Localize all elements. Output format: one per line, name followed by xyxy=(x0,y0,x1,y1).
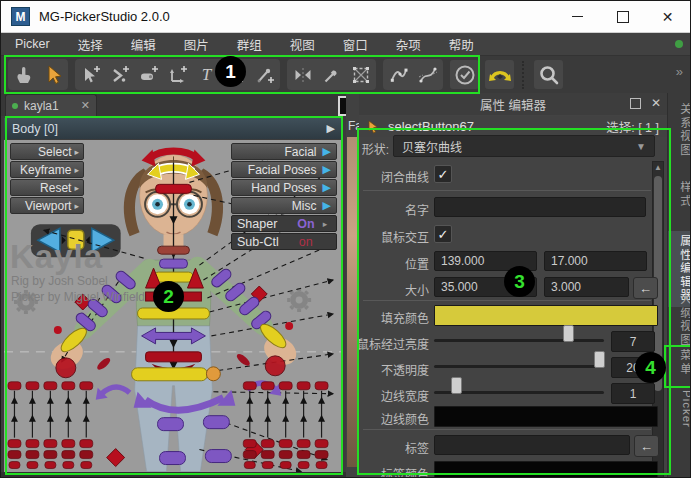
facial-button[interactable]: Facial ▶ xyxy=(231,143,337,160)
border-width-slider[interactable] xyxy=(434,383,604,402)
shaper-toggle[interactable]: Shaper On ▸ xyxy=(231,215,337,232)
hover-brightness-slider[interactable] xyxy=(434,331,604,350)
play-icon: ▶ xyxy=(323,181,331,194)
tab-picker[interactable]: Picker xyxy=(668,390,691,428)
border-color-swatch[interactable] xyxy=(434,406,658,427)
tag-input[interactable] xyxy=(434,435,630,455)
tab-menu[interactable]: 菜单 xyxy=(668,349,691,376)
curve-corner-tool[interactable] xyxy=(384,60,413,89)
cursor-icon xyxy=(43,65,63,85)
reset-menu-button[interactable]: Reset ▸ xyxy=(10,179,84,196)
toolbar-separator xyxy=(522,61,528,89)
select-menu-button[interactable]: Select ▸ xyxy=(10,143,84,160)
maximize-button[interactable] xyxy=(600,1,645,32)
facial-poses-button[interactable]: Facial Poses ▶ xyxy=(231,161,337,178)
subctl-label: Sub-Ctl xyxy=(237,235,279,249)
rig-credit-2: Picker by Miguel Winfield xyxy=(11,290,145,304)
tag-color-swatch[interactable] xyxy=(434,461,658,478)
size-w-input[interactable] xyxy=(434,277,537,297)
add-polygon-tool[interactable] xyxy=(105,60,134,89)
opacity-value[interactable]: 20 xyxy=(611,357,655,378)
border-width-label: 边线宽度 xyxy=(353,387,429,404)
minimize-button[interactable] xyxy=(555,1,600,32)
menu-window[interactable]: 窗口 xyxy=(329,35,382,54)
tab-outline-view[interactable]: 大纲视图 xyxy=(668,293,691,347)
position-x-input[interactable] xyxy=(434,251,537,271)
tag-reset-button[interactable]: ← xyxy=(634,435,659,457)
mouse-interact-checkbox[interactable]: ✓ xyxy=(434,225,452,243)
mirror-tool-button[interactable] xyxy=(288,60,317,89)
search-button[interactable] xyxy=(534,60,563,89)
add-move-handle-tool[interactable] xyxy=(163,60,192,89)
name-input[interactable] xyxy=(434,197,646,217)
add-cursor-icon xyxy=(81,65,101,85)
keyframe-label: Keyframe xyxy=(20,163,71,177)
picker-tab-bar: kayla1 ✕ xyxy=(1,93,346,116)
menu-edit[interactable]: 编辑 xyxy=(117,35,170,54)
slider-handle[interactable] xyxy=(451,377,462,394)
menu-help[interactable]: 帮助 xyxy=(435,35,488,54)
add-line-tool[interactable] xyxy=(250,60,279,89)
hand-poses-button[interactable]: Hand Poses ▶ xyxy=(231,179,337,196)
closed-curve-checkbox[interactable]: ✓ xyxy=(434,165,452,183)
menu-view[interactable]: 视图 xyxy=(276,35,329,54)
eyedropper-tool-button[interactable] xyxy=(317,60,346,89)
viewport-menu-button[interactable]: Viewport ▸ xyxy=(10,197,84,214)
curve-smooth-tool[interactable] xyxy=(413,60,442,89)
menu-misc[interactable]: 杂项 xyxy=(382,35,435,54)
marquee-select-button[interactable] xyxy=(346,60,375,89)
menu-select[interactable]: 选择 xyxy=(64,35,117,54)
shaper-state: On xyxy=(297,217,314,231)
hand-tool-button[interactable] xyxy=(9,60,38,89)
misc-button[interactable]: Misc ▶ xyxy=(231,197,337,214)
opacity-label: 不透明度 xyxy=(353,361,429,378)
curve-tools-group xyxy=(383,59,443,90)
app-logo-icon: M xyxy=(11,7,30,26)
panel-close-icon[interactable]: ✕ xyxy=(651,96,661,110)
swap-arrows-button[interactable] xyxy=(485,60,514,89)
size-reset-button[interactable]: ← xyxy=(633,277,658,299)
body-group-header[interactable]: Body [0] ▶ xyxy=(4,118,343,139)
check-icon: ✓ xyxy=(438,227,449,242)
tab-relationship-view[interactable]: 关系视图 xyxy=(668,103,691,157)
gear-icon[interactable] xyxy=(287,288,311,312)
minimize-icon xyxy=(572,16,583,17)
toolbar-overflow-chevron[interactable]: » xyxy=(676,64,682,79)
picker-canvas[interactable]: Kayla Rig by Josh Sobel Picker by Miguel… xyxy=(4,140,343,472)
finger-picker-grid-right[interactable] xyxy=(243,382,328,469)
size-h-input[interactable] xyxy=(544,277,629,297)
mouse-interact-label: 鼠标交互 xyxy=(353,228,429,245)
finger-picker-grid-left[interactable] xyxy=(8,382,93,469)
add-text-tool[interactable]: T xyxy=(192,60,221,89)
keyframe-menu-button[interactable]: Keyframe ▸ xyxy=(10,161,84,178)
tab-style[interactable]: 样式 xyxy=(668,181,691,208)
hover-brightness-value[interactable]: 7 xyxy=(611,331,655,352)
position-y-input[interactable] xyxy=(544,251,647,271)
shape-dropdown[interactable]: 贝塞尔曲线 ▼ xyxy=(393,135,655,157)
check-icon: ✓ xyxy=(438,167,449,182)
carat-icon: ▸ xyxy=(74,165,79,175)
subctl-toggle[interactable]: Sub-Ctl on xyxy=(231,233,337,250)
apply-check-button[interactable] xyxy=(450,60,479,89)
slider-handle[interactable] xyxy=(563,325,574,342)
border-width-value[interactable]: 1 xyxy=(611,383,655,404)
swap-arrows-icon xyxy=(488,65,512,85)
slider-handle[interactable] xyxy=(594,351,605,368)
select-cursor-button[interactable] xyxy=(38,60,67,89)
maximize-icon xyxy=(617,11,629,23)
tab-close-icon[interactable]: ✕ xyxy=(81,99,90,112)
scroll-up-icon[interactable]: ▲ xyxy=(653,162,663,174)
menu-image[interactable]: 图片 xyxy=(170,35,223,54)
face-panel-label: Fa xyxy=(348,119,359,133)
menu-group[interactable]: 群组 xyxy=(223,35,276,54)
tab-kayla1[interactable]: kayla1 ✕ xyxy=(5,94,97,116)
play-icon: ▶ xyxy=(323,163,331,176)
float-panel-icon[interactable] xyxy=(630,98,641,109)
opacity-slider[interactable] xyxy=(434,357,604,376)
add-triangle-tool[interactable] xyxy=(221,60,250,89)
add-pill-button-tool[interactable] xyxy=(134,60,163,89)
close-button[interactable]: ✕ xyxy=(645,1,690,32)
fill-color-swatch[interactable] xyxy=(434,305,658,326)
add-select-button-tool[interactable] xyxy=(76,60,105,89)
menu-picker[interactable]: Picker xyxy=(1,37,64,51)
